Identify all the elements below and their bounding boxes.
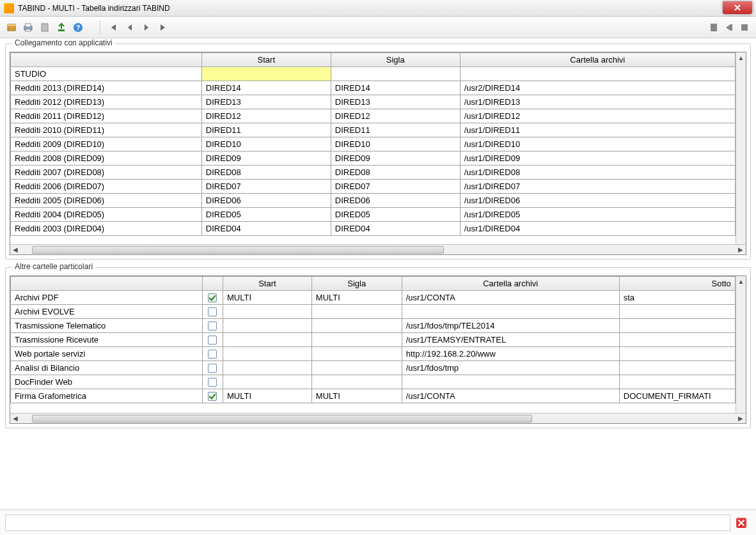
cell-sigla[interactable]: DIRED11 bbox=[331, 123, 460, 137]
cell-sub[interactable] bbox=[619, 333, 735, 347]
cell-start[interactable]: MULTI bbox=[223, 291, 312, 305]
cell-start[interactable]: DIRED07 bbox=[201, 180, 331, 194]
cell-start[interactable]: MULTI bbox=[223, 389, 312, 403]
t2-header-start[interactable]: Start bbox=[223, 277, 312, 291]
checkbox[interactable] bbox=[208, 293, 217, 302]
table-row[interactable]: Redditi 2009 (DIRED10)DIRED10DIRED10/usr… bbox=[11, 137, 746, 151]
cell-path[interactable]: /usr1/DIRED08 bbox=[460, 166, 735, 180]
open-button[interactable] bbox=[5, 21, 18, 34]
cell-path[interactable]: /usr1/CONTA bbox=[402, 291, 619, 305]
t1-header-start[interactable]: Start bbox=[201, 53, 331, 67]
cell-sub[interactable]: DOCUMENTI_FIRMATI bbox=[619, 389, 735, 403]
table-row[interactable]: Redditi 2004 (DIRED05)DIRED05DIRED05/usr… bbox=[11, 208, 746, 222]
cell-name[interactable]: Redditi 2009 (DIRED10) bbox=[11, 137, 202, 151]
cell-checkbox[interactable] bbox=[202, 333, 223, 347]
t2-header-name[interactable] bbox=[11, 277, 203, 291]
checkbox[interactable] bbox=[208, 350, 217, 359]
cell-name[interactable]: Web portale servizi bbox=[11, 347, 203, 361]
nav-next-button[interactable] bbox=[140, 21, 153, 34]
table-row[interactable]: Redditi 2003 (DIRED04)DIRED04DIRED04/usr… bbox=[11, 222, 746, 236]
cell-start[interactable]: DIRED12 bbox=[201, 109, 331, 123]
cell-start[interactable] bbox=[223, 305, 312, 319]
cell-sigla[interactable]: DIRED10 bbox=[331, 137, 460, 151]
table-row[interactable]: Trasmissione Telematico/usr1/fdos/tmp/TE… bbox=[11, 319, 746, 333]
t1-hscrollbar[interactable]: ◀ ▶ bbox=[10, 244, 746, 254]
cell-checkbox[interactable] bbox=[202, 361, 223, 375]
cell-checkbox[interactable] bbox=[202, 375, 223, 389]
cell-name[interactable]: Archivi PDF bbox=[11, 291, 203, 305]
cell-path[interactable]: /usr1/DIRED09 bbox=[460, 151, 735, 166]
cell-sub[interactable] bbox=[619, 305, 735, 319]
cell-checkbox[interactable] bbox=[202, 389, 223, 403]
cell-name[interactable]: Redditi 2004 (DIRED05) bbox=[11, 208, 202, 222]
cell-start[interactable]: DIRED08 bbox=[201, 166, 331, 180]
table-row[interactable]: Analisi di Bilancio/usr1/fdos/tmp bbox=[11, 361, 746, 375]
cell-start[interactable]: DIRED10 bbox=[201, 137, 331, 151]
cell-start[interactable]: DIRED05 bbox=[201, 208, 331, 222]
cell-path[interactable]: /usr1/DIRED05 bbox=[460, 208, 735, 222]
table-row[interactable]: Archivi PDFMULTIMULTI/usr1/CONTAsta bbox=[11, 291, 746, 305]
table-row[interactable]: Redditi 2008 (DIRED09)DIRED09DIRED09/usr… bbox=[11, 151, 746, 166]
right-button-3[interactable] bbox=[738, 21, 751, 34]
table-row[interactable]: DocFinder Web bbox=[11, 375, 746, 389]
cell-sub[interactable] bbox=[619, 319, 735, 333]
t2-vscrollbar[interactable]: ▲ bbox=[736, 276, 746, 413]
cell-path[interactable]: http://192.168.2.20/www bbox=[402, 347, 619, 361]
cell-sub[interactable] bbox=[619, 375, 735, 389]
cell-sigla[interactable]: DIRED13 bbox=[331, 95, 460, 109]
cell-path[interactable]: /usr1/DIRED07 bbox=[460, 180, 735, 194]
cell-checkbox[interactable] bbox=[202, 347, 223, 361]
cell-path[interactable]: /usr1/DIRED11 bbox=[460, 123, 735, 137]
cell-path[interactable] bbox=[460, 67, 735, 81]
cell-path[interactable]: /usr1/DIRED10 bbox=[460, 137, 735, 151]
cell-checkbox[interactable] bbox=[202, 291, 223, 305]
cell-sigla[interactable] bbox=[311, 347, 402, 361]
table-row[interactable]: Redditi 2011 (DIRED12)DIRED12DIRED12/usr… bbox=[11, 109, 746, 123]
cell-name[interactable]: Analisi di Bilancio bbox=[11, 361, 203, 375]
cell-start[interactable]: DIRED09 bbox=[201, 151, 331, 166]
cell-start[interactable] bbox=[223, 375, 312, 389]
cell-name[interactable]: Trasmissione Telematico bbox=[11, 319, 203, 333]
checkbox[interactable] bbox=[208, 364, 217, 373]
cell-checkbox[interactable] bbox=[202, 305, 223, 319]
cell-name[interactable]: Redditi 2010 (DIRED11) bbox=[11, 123, 202, 137]
cell-path[interactable]: /usr1/DIRED06 bbox=[460, 194, 735, 208]
table-row[interactable]: Firma GrafometricaMULTIMULTI/usr1/CONTAD… bbox=[11, 389, 746, 403]
cell-path[interactable]: /usr1/DIRED04 bbox=[460, 222, 735, 236]
cell-name[interactable]: Redditi 2013 (DIRED14) bbox=[11, 81, 202, 95]
scroll-left-icon[interactable]: ◀ bbox=[10, 414, 20, 424]
cell-sigla[interactable] bbox=[311, 375, 402, 389]
cell-name[interactable]: STUDIO bbox=[11, 67, 202, 81]
cell-name[interactable]: Redditi 2006 (DIRED07) bbox=[11, 180, 202, 194]
cell-sigla[interactable] bbox=[331, 67, 460, 81]
table-row[interactable]: Archivi EVOLVE bbox=[11, 305, 746, 319]
cell-checkbox[interactable] bbox=[202, 319, 223, 333]
t1-header-sigla[interactable]: Sigla bbox=[331, 53, 460, 67]
table-row[interactable]: Redditi 2007 (DIRED08)DIRED08DIRED08/usr… bbox=[11, 166, 746, 180]
cell-name[interactable]: Firma Grafometrica bbox=[11, 389, 203, 403]
cell-name[interactable]: Redditi 2003 (DIRED04) bbox=[11, 222, 202, 236]
cell-name[interactable]: Redditi 2005 (DIRED06) bbox=[11, 194, 202, 208]
cell-path[interactable]: /usr1/DIRED13 bbox=[460, 95, 735, 109]
cell-start[interactable]: DIRED14 bbox=[201, 81, 331, 95]
table-row[interactable]: Redditi 2010 (DIRED11)DIRED11DIRED11/usr… bbox=[11, 123, 746, 137]
cell-start[interactable]: DIRED06 bbox=[201, 194, 331, 208]
cell-sigla[interactable]: DIRED14 bbox=[331, 81, 460, 95]
cell-sigla[interactable] bbox=[311, 305, 402, 319]
checkbox[interactable] bbox=[208, 378, 217, 387]
scroll-left-icon[interactable]: ◀ bbox=[10, 245, 20, 255]
cell-name[interactable]: Redditi 2012 (DIRED13) bbox=[11, 95, 202, 109]
cell-sigla[interactable]: DIRED05 bbox=[331, 208, 460, 222]
window-close-button[interactable] bbox=[723, 1, 752, 14]
t1-header-name[interactable] bbox=[11, 53, 202, 67]
cell-path[interactable]: /usr1/CONTA bbox=[402, 389, 619, 403]
cell-sigla[interactable] bbox=[311, 361, 402, 375]
cell-sigla[interactable] bbox=[311, 333, 402, 347]
nav-first-button[interactable] bbox=[107, 21, 120, 34]
cell-name[interactable]: Redditi 2008 (DIRED09) bbox=[11, 151, 202, 166]
cell-start[interactable] bbox=[223, 361, 312, 375]
cell-start[interactable] bbox=[223, 333, 312, 347]
nav-last-button[interactable] bbox=[157, 21, 169, 34]
cell-sigla[interactable]: DIRED09 bbox=[331, 151, 460, 166]
nav-prev-button[interactable] bbox=[123, 21, 136, 34]
